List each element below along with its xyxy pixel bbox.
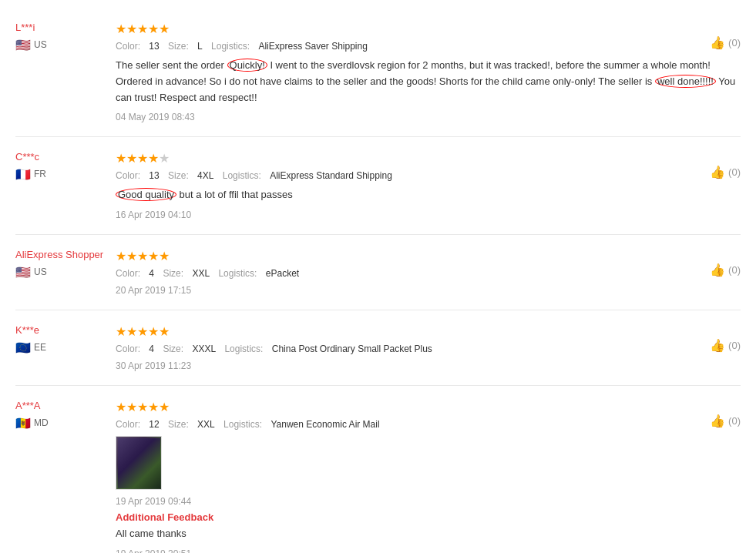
size-label: Size: 4XL xyxy=(168,170,213,181)
color-label: Color: 13 xyxy=(116,41,160,52)
reviewer-info: A***A 🇲🇩 MD xyxy=(15,400,108,553)
review-content: ★★★★★ 👍 (0) Color: 4 Size: XXXL Logistic… xyxy=(108,324,741,371)
review-item: A***A 🇲🇩 MD ★★★★★ 👍 (0) Color: 12 Size: … xyxy=(15,386,741,553)
country-label: US xyxy=(34,266,47,277)
color-label: Color: 13 xyxy=(116,170,160,181)
review-item: C***c 🇫🇷 FR ★★★★★ 👍 (0) Color: 13 Size: … xyxy=(15,137,741,235)
country-flag-icon: 🇪🇺 xyxy=(15,342,31,353)
star-icon: ★ xyxy=(148,400,159,414)
star-icon: ★ xyxy=(126,22,137,36)
size-label: Size: L xyxy=(168,41,203,52)
like-button[interactable]: 👍 (0) xyxy=(710,414,741,428)
like-button[interactable]: 👍 (0) xyxy=(710,165,741,179)
star-icon: ★ xyxy=(148,22,159,36)
review-top-row: A***A 🇲🇩 MD ★★★★★ 👍 (0) Color: 12 Size: … xyxy=(15,400,741,553)
star-icon: ★ xyxy=(159,324,170,339)
country-label: MD xyxy=(34,417,49,428)
review-content: ★★★★★ 👍 (0) Color: 12 Size: XXL Logistic… xyxy=(108,400,741,553)
star-icon: ★ xyxy=(137,22,148,36)
review-meta: Color: 12 Size: XXL Logistics: Yanwen Ec… xyxy=(116,419,741,430)
thumbs-up-icon: 👍 xyxy=(710,35,725,50)
review-content: ★★★★★ 👍 (0) Color: 13 Size: L Logistics:… xyxy=(108,22,741,122)
reviewer-name[interactable]: L***i xyxy=(15,22,108,33)
additional-feedback-label: Additional Feedback xyxy=(116,511,741,523)
review-top-row: K***e 🇪🇺 EE ★★★★★ 👍 (0) Color: 4 Size: X… xyxy=(15,324,741,371)
country-flag-icon: 🇺🇸 xyxy=(15,266,31,277)
size-label: Size: XXXL xyxy=(163,344,216,354)
star-icon: ★ xyxy=(116,400,126,414)
review-top-row: L***i 🇺🇸 US ★★★★★ 👍 (0) Color: 13 Size: … xyxy=(15,22,741,122)
review-date: 20 Apr 2019 17:15 xyxy=(116,285,741,296)
reviewer-country: 🇺🇸 US xyxy=(15,39,108,50)
color-label: Color: 4 xyxy=(116,344,154,354)
star-icon: ★ xyxy=(159,22,170,36)
highlighted-text: Good quality xyxy=(116,188,176,201)
star-icon: ★ xyxy=(159,249,170,263)
thumbs-up-icon: 👍 xyxy=(710,338,725,353)
star-icon: ★ xyxy=(126,151,137,166)
review-meta: Color: 13 Size: 4XL Logistics: AliExpres… xyxy=(116,170,741,181)
reviewer-name[interactable]: C***c xyxy=(15,151,108,163)
star-rating: ★★★★★ xyxy=(116,22,170,36)
review-top-row: AliExpress Shopper 🇺🇸 US ★★★★★ 👍 (0) Col… xyxy=(15,249,741,296)
star-icon: ★ xyxy=(148,324,159,339)
review-meta: Color: 4 Size: XXXL Logistics: China Pos… xyxy=(116,344,741,354)
like-button[interactable]: 👍 (0) xyxy=(710,338,741,353)
like-button[interactable]: 👍 (0) xyxy=(710,35,741,50)
reviewer-name[interactable]: A***A xyxy=(15,400,108,411)
star-icon: ★ xyxy=(148,249,159,263)
star-icon: ★ xyxy=(159,400,170,414)
reviewer-name[interactable]: K***e xyxy=(15,324,108,336)
country-label: FR xyxy=(34,169,46,179)
size-label: Size: XXL xyxy=(163,268,210,279)
review-item: L***i 🇺🇸 US ★★★★★ 👍 (0) Color: 13 Size: … xyxy=(15,8,741,137)
reviewer-country: 🇲🇩 MD xyxy=(15,417,108,428)
review-date: 16 Apr 2019 04:10 xyxy=(116,209,741,220)
star-rating: ★★★★★ xyxy=(116,249,170,263)
thumbs-up-icon: 👍 xyxy=(710,263,725,277)
country-label: EE xyxy=(34,342,46,353)
highlighted-text: Quickly! xyxy=(227,59,267,72)
review-item: AliExpress Shopper 🇺🇸 US ★★★★★ 👍 (0) Col… xyxy=(15,235,741,310)
star-icon: ★ xyxy=(116,22,126,36)
star-rating: ★★★★★ xyxy=(116,151,170,166)
reviewer-info: L***i 🇺🇸 US xyxy=(15,22,108,122)
like-count: (0) xyxy=(728,166,741,178)
like-button[interactable]: 👍 (0) xyxy=(710,263,741,277)
reviewer-name[interactable]: AliExpress Shopper xyxy=(15,249,108,260)
review-list: L***i 🇺🇸 US ★★★★★ 👍 (0) Color: 13 Size: … xyxy=(0,0,756,553)
highlighted-text: well done!!!!! xyxy=(655,75,716,88)
additional-feedback-date: 19 Apr 2019 20:51 xyxy=(116,548,741,553)
star-icon: ★ xyxy=(159,151,170,166)
like-count: (0) xyxy=(728,415,741,427)
review-meta: Color: 13 Size: L Logistics: AliExpress … xyxy=(116,41,741,52)
star-icon: ★ xyxy=(137,249,148,263)
thumbs-up-icon: 👍 xyxy=(710,414,725,428)
additional-feedback-text: All came thanks xyxy=(116,526,741,542)
review-date: 30 Apr 2019 11:23 xyxy=(116,360,741,371)
star-icon: ★ xyxy=(137,400,148,414)
review-text-segment: The seller sent the order xyxy=(116,59,227,71)
thumbs-up-icon: 👍 xyxy=(710,165,725,179)
review-text: Good quality but a lot of ffil that pass… xyxy=(116,187,741,203)
star-icon: ★ xyxy=(116,249,126,263)
reviewer-info: C***c 🇫🇷 FR xyxy=(15,151,108,220)
review-date: 04 May 2019 08:43 xyxy=(116,112,741,122)
star-icon: ★ xyxy=(116,151,126,166)
star-icon: ★ xyxy=(137,324,148,339)
color-label: Color: 4 xyxy=(116,268,154,279)
star-icon: ★ xyxy=(126,400,137,414)
logistics-label: Logistics: AliExpress Standard Shipping xyxy=(223,170,392,181)
reviewer-info: AliExpress Shopper 🇺🇸 US xyxy=(15,249,108,296)
logistics-label: Logistics: AliExpress Saver Shipping xyxy=(211,41,368,52)
review-image[interactable] xyxy=(116,436,162,490)
country-flag-icon: 🇺🇸 xyxy=(15,39,31,50)
color-label: Color: 12 xyxy=(116,419,160,430)
logistics-label: Logistics: ePacket xyxy=(218,268,299,279)
size-label: Size: XXL xyxy=(168,419,215,430)
review-content: ★★★★★ 👍 (0) Color: 4 Size: XXL Logistics… xyxy=(108,249,741,296)
star-rating: ★★★★★ xyxy=(116,324,170,339)
like-count: (0) xyxy=(728,340,741,351)
reviewer-country: 🇪🇺 EE xyxy=(15,342,108,353)
review-meta: Color: 4 Size: XXL Logistics: ePacket xyxy=(116,268,741,279)
